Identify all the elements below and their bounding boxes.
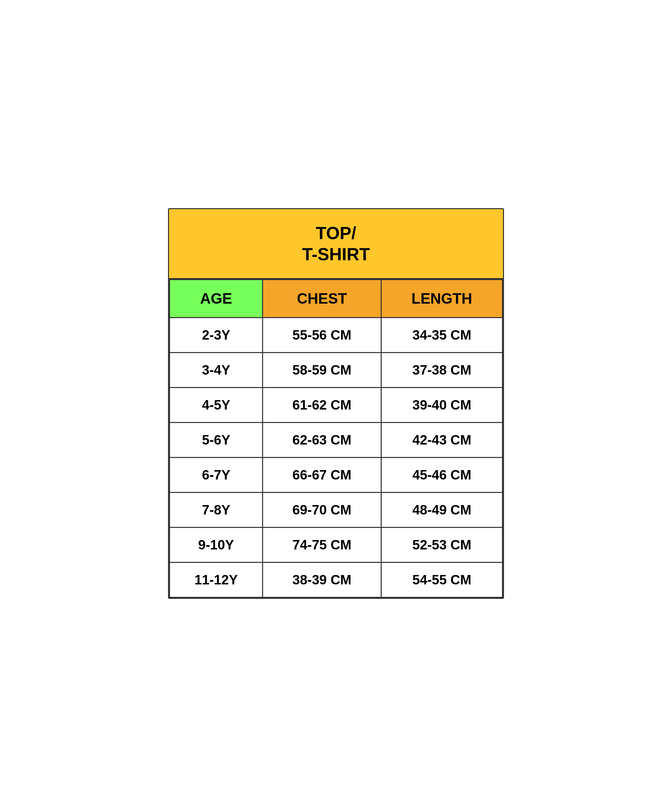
cell-age: 4-5Y — [170, 387, 263, 422]
title-line1: TOP/ — [316, 223, 356, 243]
table-row: 6-7Y66-67 CM45-46 CM — [170, 457, 503, 492]
table-row: 11-12Y38-39 CM54-55 CM — [170, 562, 503, 597]
cell-age: 6-7Y — [170, 457, 263, 492]
cell-chest: 62-63 CM — [263, 422, 381, 457]
cell-chest: 55-56 CM — [263, 317, 381, 352]
table-row: 4-5Y61-62 CM39-40 CM — [170, 387, 503, 422]
cell-chest: 66-67 CM — [263, 457, 381, 492]
cell-chest: 69-70 CM — [263, 492, 381, 527]
cell-chest: 58-59 CM — [263, 352, 381, 387]
cell-length: 34-35 CM — [381, 317, 502, 352]
table-row: 3-4Y58-59 CM37-38 CM — [170, 352, 503, 387]
cell-age: 3-4Y — [170, 352, 263, 387]
table-row: 9-10Y74-75 CM52-53 CM — [170, 527, 503, 562]
cell-length: 48-49 CM — [381, 492, 502, 527]
table-row: 2-3Y55-56 CM34-35 CM — [170, 317, 503, 352]
cell-age: 9-10Y — [170, 527, 263, 562]
cell-chest: 38-39 CM — [263, 562, 381, 597]
table-body: 2-3Y55-56 CM34-35 CM3-4Y58-59 CM37-38 CM… — [170, 317, 503, 597]
header-length: LENGTH — [381, 279, 502, 317]
header-age: AGE — [170, 279, 263, 317]
table-row: 7-8Y69-70 CM48-49 CM — [170, 492, 503, 527]
size-table: AGE CHEST LENGTH 2-3Y55-56 CM34-35 CM3-4… — [169, 279, 503, 598]
cell-chest: 61-62 CM — [263, 387, 381, 422]
header-chest: CHEST — [263, 279, 381, 317]
cell-chest: 74-75 CM — [263, 527, 381, 562]
cell-length: 52-53 CM — [381, 527, 502, 562]
cell-length: 54-55 CM — [381, 562, 502, 597]
cell-length: 42-43 CM — [381, 422, 502, 457]
title-line2: T-SHIRT — [302, 244, 370, 264]
cell-length: 45-46 CM — [381, 457, 502, 492]
cell-age: 7-8Y — [170, 492, 263, 527]
table-header-row: AGE CHEST LENGTH — [170, 279, 503, 317]
table-title: TOP/ T-SHIRT — [169, 209, 503, 279]
cell-length: 37-38 CM — [381, 352, 502, 387]
cell-age: 11-12Y — [170, 562, 263, 597]
table-row: 5-6Y62-63 CM42-43 CM — [170, 422, 503, 457]
cell-age: 2-3Y — [170, 317, 263, 352]
size-chart-container: TOP/ T-SHIRT AGE CHEST LENGTH 2-3Y55-56 … — [168, 208, 504, 599]
cell-age: 5-6Y — [170, 422, 263, 457]
cell-length: 39-40 CM — [381, 387, 502, 422]
